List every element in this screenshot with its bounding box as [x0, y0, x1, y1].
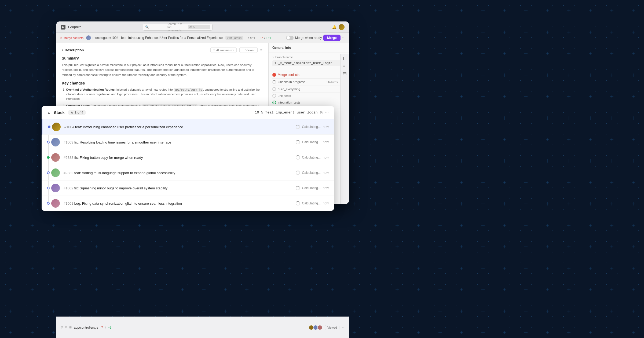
stack-item-2[interactable]: #1003 fix: Resolving loading time issues…: [42, 135, 334, 150]
calculating-spinner-2: [296, 140, 300, 144]
change-title-1: Overhaul of Authentication Routes:: [66, 88, 116, 91]
stack-item-avatar-6: [51, 199, 60, 208]
avatar-group-3: [317, 325, 322, 330]
time-4: now: [323, 171, 329, 175]
collapse-file-icon[interactable]: ▽: [65, 326, 67, 329]
right-panel-icons: ···: [342, 46, 345, 50]
pr-title: feat: Introducing Enhanced User Profiles…: [121, 36, 223, 40]
file-icon: ⊡: [69, 326, 72, 329]
more-options-button[interactable]: ···: [342, 35, 346, 40]
pr-version: v19 (latest): [225, 36, 243, 40]
calculating-text-1: Calculating...: [302, 125, 321, 129]
diff-plus: +64: [266, 36, 271, 39]
summary-text: This pull request signifies a pivotal mi…: [62, 63, 263, 77]
check-name-2: unit_tests: [278, 94, 291, 97]
section-actions: ✦ AI summarize ☐ Viewed ✏: [210, 47, 263, 53]
merge-toggle[interactable]: [286, 36, 294, 40]
merge-button[interactable]: Merge: [323, 35, 340, 41]
title-bar: G Graphite 🔍 Search PRs and commands... …: [56, 21, 349, 33]
share-icon[interactable]: ⬒: [343, 71, 347, 76]
merge-conflicts-label: Merge conflicts: [64, 36, 83, 39]
checks-label: Checks in progress...: [278, 80, 308, 84]
stack-position: 3 of 4: [75, 111, 83, 115]
stack-header-left: ▲ Stack ≋ 3 of 4: [47, 110, 86, 115]
pr-diff: -14 / +64: [259, 36, 271, 39]
pr-num-6: #1001: [64, 201, 73, 205]
stack-item-5[interactable]: #1002 fix: Squashing minor bugs to impro…: [42, 181, 334, 196]
calculating-text-4: Calculating...: [302, 171, 321, 175]
pr-avatar: [86, 35, 91, 40]
calculating-spinner-4: [296, 171, 300, 175]
stack-item-avatar-1: [52, 123, 61, 131]
avatar-group: [309, 325, 322, 330]
stack-item-avatar-2: [51, 138, 60, 146]
right-panel-header: General info ···: [269, 43, 349, 53]
merge-conflicts-row: Merge conflicts ↺: [272, 71, 345, 79]
time-2: now: [323, 140, 329, 144]
search-icon: 🔍: [145, 25, 165, 29]
stack-dot-5: [47, 187, 50, 189]
bottom-bar-left: ▽ ▽ ⊡ app/controllers.js -7 / +1: [61, 326, 111, 329]
file-viewed-button[interactable]: Viewed: [325, 325, 339, 330]
list-icon[interactable]: ≡: [343, 64, 347, 68]
stack-item-6[interactable]: #1001 bug: Fixing data synchronization g…: [42, 196, 334, 211]
stack-overlay: ▲ Stack ≋ 3 of 4 10_5_feat_implement_use…: [42, 106, 334, 211]
notification-icon[interactable]: 🔔: [332, 25, 336, 29]
stack-item-3[interactable]: #2383 fix: Fixing button copy for merge …: [42, 150, 334, 165]
pr-num-3: #2383: [64, 156, 73, 160]
stack-header: ▲ Stack ≋ 3 of 4 10_5_feat_implement_use…: [42, 106, 334, 119]
user-avatar[interactable]: [339, 24, 345, 30]
stack-branch-name: 10_5_feat_implement_user_login: [255, 111, 318, 115]
section-title: ▾ Description: [62, 48, 84, 52]
bottom-bar-right: Viewed ···: [309, 325, 345, 330]
failures-count: 0 failures: [326, 80, 338, 84]
checks-section: Merge conflicts ↺ Checks in progress... …: [269, 69, 349, 108]
search-bar[interactable]: 🔍 Search PRs and commands... ⌘ K: [143, 24, 213, 31]
code-1: app/paths/auth.js: [174, 88, 203, 92]
stack-dot-3: [47, 156, 50, 159]
file-more-options[interactable]: ···: [342, 326, 345, 329]
pr-stack-position: 3 of 4: [247, 36, 255, 39]
time-3: now: [323, 156, 329, 159]
merge-conflicts-badge[interactable]: ✕ Merge conflicts: [60, 36, 83, 40]
description-header: ▾ Description ✦ AI summarize ☐ Viewed ✏: [62, 47, 263, 53]
dots-icon[interactable]: ···: [342, 46, 345, 50]
expand-icon[interactable]: ▽: [61, 326, 63, 329]
stack-item-info-5: #1002 fix: Squashing minor bugs to impro…: [64, 186, 292, 190]
pr-num-5: #1002: [64, 186, 73, 190]
stack-dot-2: [47, 141, 50, 144]
stack-item-info-1: #1004 feat: Introducing enhanced user pr…: [64, 124, 292, 129]
stack-item-4[interactable]: #2382 feat: Adding multi-language suppor…: [42, 165, 334, 181]
stack-item-right-5: Calculating... now: [296, 186, 329, 190]
stack-title: Stack: [54, 110, 65, 115]
collapse-button[interactable]: ▲: [47, 111, 51, 115]
conflict-circle-icon: [272, 73, 276, 77]
stack-more-options[interactable]: ···: [325, 110, 329, 115]
ai-summarize-button[interactable]: ✦ AI summarize: [210, 47, 237, 53]
file-path: app/controllers.js: [74, 326, 98, 329]
pr-num-1: #1004: [64, 125, 74, 129]
ai-icon: ✦: [213, 48, 215, 52]
check-item-3: ✓ integration_tests: [272, 99, 345, 106]
viewed-button[interactable]: ☐ Viewed: [239, 47, 258, 53]
stack-item-right-1: Calculating... now: [296, 125, 329, 129]
calculating-spinner-1: [296, 125, 300, 129]
copy-branch-icon[interactable]: ⎘: [320, 111, 323, 115]
diff-minus: -14: [259, 36, 264, 39]
stack-item-1[interactable]: #1004 feat: Introducing enhanced user pr…: [42, 119, 334, 135]
branch-label: ⑂ Branch name: [272, 56, 345, 59]
stack-item-info-4: #2382 feat: Adding multi-language suppor…: [64, 170, 292, 175]
stack-dot-4: [47, 171, 50, 174]
stack-item-avatar-5: [51, 184, 60, 192]
chevron-icon: ▾: [62, 49, 63, 52]
edit-icon[interactable]: ✏: [260, 48, 263, 52]
info-icon[interactable]: ℹ: [343, 56, 347, 61]
pass-icon-3: ✓: [272, 101, 276, 104]
description-label: Description: [65, 48, 84, 52]
pr-ref-label: monologue #1004: [93, 36, 118, 40]
key-changes-heading: Key changes: [62, 81, 263, 85]
calculating-text-2: Calculating...: [302, 140, 321, 144]
pr-num-4: #2382: [64, 171, 73, 175]
checks-spinner: [272, 80, 276, 84]
time-6: now: [323, 201, 329, 205]
